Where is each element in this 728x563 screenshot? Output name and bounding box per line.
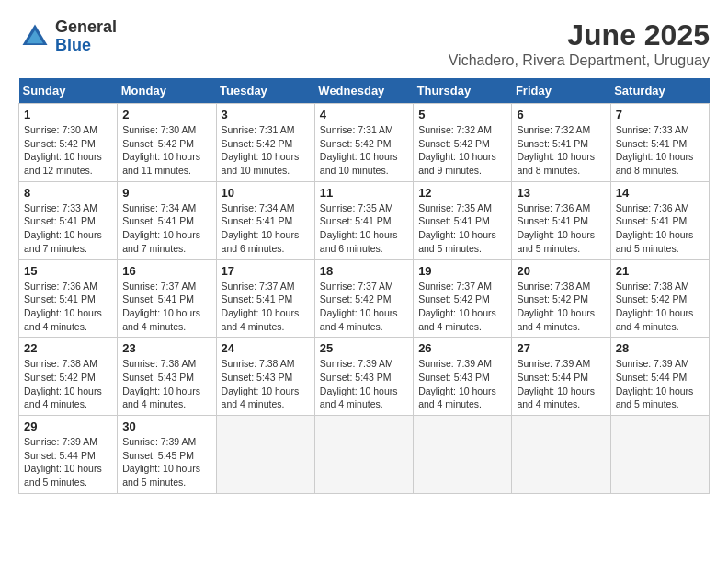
day-of-week-header: Saturday xyxy=(610,78,709,104)
calendar-day-cell: 13Sunrise: 7:36 AMSunset: 5:41 PMDayligh… xyxy=(512,181,610,259)
day-of-week-header: Tuesday xyxy=(216,78,314,104)
day-number: 5 xyxy=(418,108,506,121)
day-info: Sunrise: 7:39 AMSunset: 5:45 PMDaylight:… xyxy=(122,435,210,489)
day-number: 28 xyxy=(616,341,704,355)
day-number: 22 xyxy=(24,341,112,355)
day-number: 9 xyxy=(122,186,210,200)
day-info: Sunrise: 7:33 AMSunset: 5:41 PMDaylight:… xyxy=(24,201,112,256)
month-title: June 2025 xyxy=(449,18,710,52)
calendar-day-cell: 28Sunrise: 7:39 AMSunset: 5:44 PMDayligh… xyxy=(610,338,709,416)
day-info: Sunrise: 7:33 AMSunset: 5:41 PMDaylight:… xyxy=(616,123,704,178)
day-info: Sunrise: 7:37 AMSunset: 5:42 PMDaylight:… xyxy=(320,280,408,334)
calendar-day-cell: 10Sunrise: 7:34 AMSunset: 5:41 PMDayligh… xyxy=(216,181,314,259)
day-of-week-header: Friday xyxy=(512,78,610,104)
day-number: 29 xyxy=(24,419,112,433)
day-number: 11 xyxy=(320,186,408,200)
calendar-day-cell: 11Sunrise: 7:35 AMSunset: 5:41 PMDayligh… xyxy=(314,181,413,259)
day-info: Sunrise: 7:38 AMSunset: 5:43 PMDaylight:… xyxy=(122,357,210,411)
day-number: 12 xyxy=(418,186,506,200)
logo-text: General Blue xyxy=(55,18,117,55)
day-number: 23 xyxy=(122,341,210,355)
day-info: Sunrise: 7:34 AMSunset: 5:41 PMDaylight:… xyxy=(222,201,310,256)
calendar-day-cell: 14Sunrise: 7:36 AMSunset: 5:41 PMDayligh… xyxy=(610,181,709,259)
day-info: Sunrise: 7:39 AMSunset: 5:44 PMDaylight:… xyxy=(517,357,605,411)
day-info: Sunrise: 7:31 AMSunset: 5:42 PMDaylight:… xyxy=(320,123,408,178)
calendar-day-cell: 26Sunrise: 7:39 AMSunset: 5:43 PMDayligh… xyxy=(414,338,512,416)
day-number: 7 xyxy=(616,108,704,121)
day-number: 30 xyxy=(122,419,210,433)
calendar-day-cell: 12Sunrise: 7:35 AMSunset: 5:41 PMDayligh… xyxy=(414,181,512,259)
logo: General Blue xyxy=(18,18,117,55)
day-info: Sunrise: 7:31 AMSunset: 5:42 PMDaylight:… xyxy=(222,123,310,178)
day-number: 26 xyxy=(418,341,506,355)
logo-icon xyxy=(18,20,51,53)
location: Vichadero, Rivera Department, Uruguay xyxy=(449,52,710,69)
day-number: 8 xyxy=(24,186,112,200)
calendar-day-cell: 20Sunrise: 7:38 AMSunset: 5:42 PMDayligh… xyxy=(512,259,610,338)
day-number: 4 xyxy=(320,108,408,121)
calendar-week-row: 8Sunrise: 7:33 AMSunset: 5:41 PMDaylight… xyxy=(19,181,710,259)
day-info: Sunrise: 7:36 AMSunset: 5:41 PMDaylight:… xyxy=(517,201,605,256)
day-number: 15 xyxy=(24,264,112,278)
calendar-day-cell: 3Sunrise: 7:31 AMSunset: 5:42 PMDaylight… xyxy=(216,104,314,182)
day-number: 13 xyxy=(517,186,605,200)
day-info: Sunrise: 7:38 AMSunset: 5:42 PMDaylight:… xyxy=(24,357,112,411)
day-number: 24 xyxy=(222,341,310,355)
day-info: Sunrise: 7:36 AMSunset: 5:41 PMDaylight:… xyxy=(616,201,704,256)
day-of-week-header: Wednesday xyxy=(314,78,413,104)
calendar-day-cell xyxy=(512,416,610,494)
calendar-week-row: 1Sunrise: 7:30 AMSunset: 5:42 PMDaylight… xyxy=(19,104,710,182)
day-of-week-header: Thursday xyxy=(414,78,512,104)
calendar-week-row: 15Sunrise: 7:36 AMSunset: 5:41 PMDayligh… xyxy=(19,259,710,338)
day-number: 6 xyxy=(517,108,605,121)
day-number: 20 xyxy=(517,264,605,278)
header-row: SundayMondayTuesdayWednesdayThursdayFrid… xyxy=(19,78,710,104)
day-info: Sunrise: 7:38 AMSunset: 5:43 PMDaylight:… xyxy=(222,357,310,411)
day-info: Sunrise: 7:30 AMSunset: 5:42 PMDaylight:… xyxy=(122,123,210,178)
day-info: Sunrise: 7:39 AMSunset: 5:44 PMDaylight:… xyxy=(24,435,112,489)
calendar-day-cell: 4Sunrise: 7:31 AMSunset: 5:42 PMDaylight… xyxy=(314,104,413,182)
day-info: Sunrise: 7:38 AMSunset: 5:42 PMDaylight:… xyxy=(616,280,704,334)
calendar-day-cell xyxy=(610,416,709,494)
calendar-day-cell: 25Sunrise: 7:39 AMSunset: 5:43 PMDayligh… xyxy=(314,338,413,416)
calendar-day-cell: 16Sunrise: 7:37 AMSunset: 5:41 PMDayligh… xyxy=(118,259,216,338)
day-number: 17 xyxy=(222,264,310,278)
day-info: Sunrise: 7:37 AMSunset: 5:42 PMDaylight:… xyxy=(418,280,506,334)
calendar-table: SundayMondayTuesdayWednesdayThursdayFrid… xyxy=(18,78,710,494)
calendar-day-cell: 22Sunrise: 7:38 AMSunset: 5:42 PMDayligh… xyxy=(19,338,118,416)
title-block: June 2025 Vichadero, Rivera Department, … xyxy=(449,18,710,69)
day-info: Sunrise: 7:39 AMSunset: 5:44 PMDaylight:… xyxy=(616,357,704,411)
day-info: Sunrise: 7:35 AMSunset: 5:41 PMDaylight:… xyxy=(320,201,408,256)
day-number: 2 xyxy=(122,108,210,121)
day-info: Sunrise: 7:37 AMSunset: 5:41 PMDaylight:… xyxy=(222,280,310,334)
day-info: Sunrise: 7:37 AMSunset: 5:41 PMDaylight:… xyxy=(122,280,210,334)
day-info: Sunrise: 7:32 AMSunset: 5:42 PMDaylight:… xyxy=(418,123,506,178)
calendar-day-cell: 15Sunrise: 7:36 AMSunset: 5:41 PMDayligh… xyxy=(19,259,118,338)
day-info: Sunrise: 7:36 AMSunset: 5:41 PMDaylight:… xyxy=(24,280,112,334)
calendar-day-cell xyxy=(414,416,512,494)
calendar-day-cell: 27Sunrise: 7:39 AMSunset: 5:44 PMDayligh… xyxy=(512,338,610,416)
calendar-day-cell: 17Sunrise: 7:37 AMSunset: 5:41 PMDayligh… xyxy=(216,259,314,338)
day-number: 3 xyxy=(222,108,310,121)
calendar-day-cell: 18Sunrise: 7:37 AMSunset: 5:42 PMDayligh… xyxy=(314,259,413,338)
logo-general: General xyxy=(55,18,117,37)
calendar-day-cell: 5Sunrise: 7:32 AMSunset: 5:42 PMDaylight… xyxy=(414,104,512,182)
day-number: 25 xyxy=(320,341,408,355)
day-number: 18 xyxy=(320,264,408,278)
day-number: 19 xyxy=(418,264,506,278)
day-info: Sunrise: 7:35 AMSunset: 5:41 PMDaylight:… xyxy=(418,201,506,256)
calendar-day-cell: 30Sunrise: 7:39 AMSunset: 5:45 PMDayligh… xyxy=(118,416,216,494)
calendar-day-cell: 21Sunrise: 7:38 AMSunset: 5:42 PMDayligh… xyxy=(610,259,709,338)
day-info: Sunrise: 7:39 AMSunset: 5:43 PMDaylight:… xyxy=(320,357,408,411)
day-number: 10 xyxy=(222,186,310,200)
calendar-day-cell xyxy=(314,416,413,494)
day-number: 1 xyxy=(24,108,112,121)
calendar-day-cell: 6Sunrise: 7:32 AMSunset: 5:41 PMDaylight… xyxy=(512,104,610,182)
day-number: 27 xyxy=(517,341,605,355)
calendar-day-cell: 23Sunrise: 7:38 AMSunset: 5:43 PMDayligh… xyxy=(118,338,216,416)
calendar-body: 1Sunrise: 7:30 AMSunset: 5:42 PMDaylight… xyxy=(19,104,710,494)
page-header: General Blue June 2025 Vichadero, Rivera… xyxy=(18,18,710,69)
calendar-day-cell: 2Sunrise: 7:30 AMSunset: 5:42 PMDaylight… xyxy=(118,104,216,182)
calendar-week-row: 29Sunrise: 7:39 AMSunset: 5:44 PMDayligh… xyxy=(19,416,710,494)
calendar-day-cell: 24Sunrise: 7:38 AMSunset: 5:43 PMDayligh… xyxy=(216,338,314,416)
